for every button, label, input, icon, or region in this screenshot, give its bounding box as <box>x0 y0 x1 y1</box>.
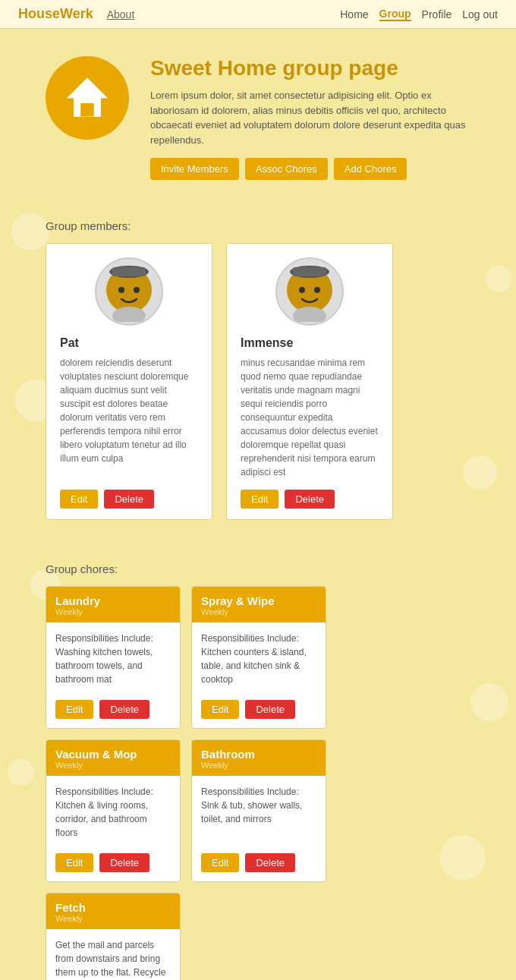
svg-rect-1 <box>80 103 94 117</box>
member-delete-button[interactable]: Delete <box>285 490 335 509</box>
chore-name: Vacuum & Mop <box>55 748 171 761</box>
chore-delete-button[interactable]: Delete <box>245 700 295 719</box>
chore-card: Bathroom Weekly Responsibilities Include… <box>191 739 326 882</box>
chore-description: Responsibilities Include: Kitchen & livi… <box>46 776 180 847</box>
member-edit-button[interactable]: Edit <box>60 490 98 509</box>
chore-edit-button[interactable]: Edit <box>55 853 93 872</box>
hero-title-highlight: Sweet Home <box>150 56 277 80</box>
member-avatar <box>275 257 344 326</box>
chore-card: Vacuum & Mop Weekly Responsibilities Inc… <box>46 739 181 882</box>
svg-rect-4 <box>112 267 146 276</box>
chore-header: Spray & Wipe Weekly <box>192 587 326 622</box>
hero-description: Lorem ipsum dolor, sit amet consectetur … <box>150 88 469 147</box>
chore-description: Get the mail and parcels from downstairs… <box>46 929 180 980</box>
chore-header: Bathroom Weekly <box>192 740 326 776</box>
member-description: dolorem reiciendis deserunt voluptates n… <box>60 356 198 479</box>
chores-grid: Laundry Weekly Responsibilities Include:… <box>0 586 516 980</box>
chore-frequency: Weekly <box>201 761 316 770</box>
chore-name: Laundry <box>55 594 171 607</box>
chores-section-title: Group chores: <box>0 562 516 575</box>
hero-title-rest: group page <box>277 56 398 80</box>
chore-card: Laundry Weekly Responsibilities Include:… <box>46 586 181 729</box>
nav-about-link[interactable]: About <box>107 8 135 20</box>
group-avatar <box>46 56 129 140</box>
member-card: Immense minus recusandae minima rem quod… <box>226 243 393 520</box>
member-card: Pat dolorem reiciendis deserunt voluptat… <box>46 243 212 520</box>
chore-header: Laundry Weekly <box>46 587 180 622</box>
member-edit-button[interactable]: Edit <box>241 490 278 509</box>
svg-rect-10 <box>293 267 326 276</box>
chore-delete-button[interactable]: Delete <box>245 853 295 872</box>
navbar-left: HouseWerk About <box>18 6 134 22</box>
chore-name: Spray & Wipe <box>201 594 316 607</box>
member-description: minus recusandae minima rem quod nemo qu… <box>241 356 379 479</box>
member-delete-button[interactable]: Delete <box>104 490 154 509</box>
chore-description: Responsibilities Include: Sink & tub, sh… <box>192 776 326 847</box>
chore-frequency: Weekly <box>201 607 316 616</box>
chore-name: Bathroom <box>201 748 316 761</box>
chore-delete-button[interactable]: Delete <box>99 853 149 872</box>
navbar-right: Home Group Profile Log out <box>340 8 498 21</box>
chore-card: Fetch Weekly Get the mail and parcels fr… <box>46 893 181 980</box>
chore-frequency: Weekly <box>55 761 171 770</box>
chore-header: Fetch Weekly <box>46 893 180 929</box>
chore-edit-button[interactable]: Edit <box>201 700 239 719</box>
chore-actions: Edit Delete <box>192 847 326 881</box>
hero-title: Sweet Home group page <box>150 56 470 80</box>
chore-description: Responsibilities Include: Washing kitche… <box>46 622 180 694</box>
member-avatar <box>95 257 163 326</box>
chore-description: Responsibilities Include: Kitchen counte… <box>192 622 326 694</box>
chore-delete-button[interactable]: Delete <box>99 700 149 719</box>
nav-group-link[interactable]: Group <box>379 8 411 21</box>
chore-actions: Edit Delete <box>46 847 180 881</box>
chore-actions: Edit Delete <box>192 694 326 728</box>
member-name: Pat <box>60 336 198 350</box>
nav-profile-link[interactable]: Profile <box>422 8 452 20</box>
navbar: HouseWerk About Home Group Profile Log o… <box>0 0 516 29</box>
chore-name: Fetch <box>55 901 171 914</box>
chore-frequency: Weekly <box>55 607 171 616</box>
hero-content: Sweet Home group page Lorem ipsum dolor,… <box>150 56 470 180</box>
chore-card: Spray & Wipe Weekly Responsibilities Inc… <box>191 586 326 729</box>
brand-logo: HouseWerk <box>18 6 93 22</box>
hero-buttons: Invite Members Assoc Chores Add Chores <box>150 158 470 180</box>
nav-home-link[interactable]: Home <box>340 8 368 20</box>
chore-edit-button[interactable]: Edit <box>55 700 93 719</box>
svg-point-6 <box>134 287 140 293</box>
svg-point-12 <box>314 287 320 293</box>
add-chores-button[interactable]: Add Chores <box>334 158 407 180</box>
members-section-title: Group members: <box>0 219 516 232</box>
member-card-actions: Edit Delete <box>241 490 379 509</box>
member-name: Immense <box>241 336 379 350</box>
invite-members-button[interactable]: Invite Members <box>150 158 239 180</box>
chore-frequency: Weekly <box>55 914 171 923</box>
chore-header: Vacuum & Mop Weekly <box>46 740 180 776</box>
svg-point-5 <box>118 287 124 293</box>
members-grid: Pat dolorem reiciendis deserunt voluptat… <box>0 243 516 541</box>
nav-logout-link[interactable]: Log out <box>462 8 498 20</box>
chore-actions: Edit Delete <box>46 694 180 728</box>
member-card-actions: Edit Delete <box>60 490 198 509</box>
svg-point-11 <box>299 287 305 293</box>
hero-section: Sweet Home group page Lorem ipsum dolor,… <box>0 29 516 198</box>
chore-edit-button[interactable]: Edit <box>201 853 239 872</box>
assoc-chores-button[interactable]: Assoc Chores <box>245 158 328 180</box>
